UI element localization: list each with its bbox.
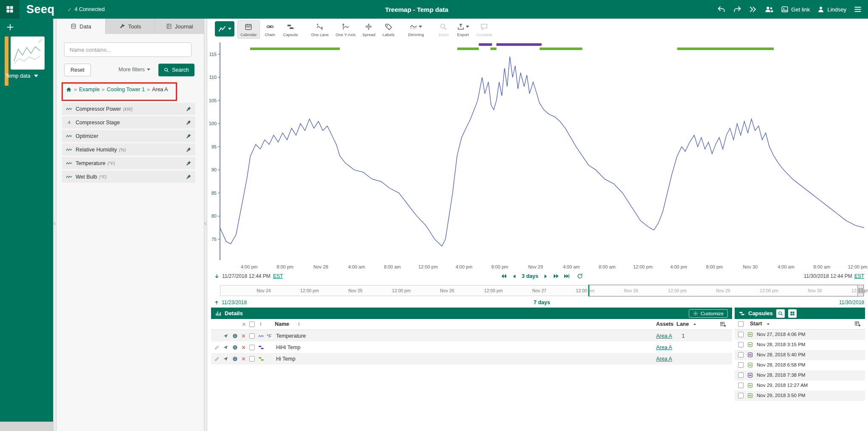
column-header-assets[interactable]: Assets bbox=[656, 321, 674, 327]
sort-icon[interactable] bbox=[258, 322, 263, 327]
toolbar-button-one-y-axis[interactable]: One Y-Axis bbox=[333, 20, 358, 39]
breadcrumb-item-cooling-tower-1[interactable]: Cooling Tower 1 bbox=[107, 87, 145, 92]
select-all-checkbox[interactable] bbox=[738, 321, 744, 327]
row-checkbox[interactable] bbox=[249, 344, 255, 350]
scrubber-selection[interactable] bbox=[588, 285, 864, 297]
sort-icon[interactable] bbox=[296, 322, 302, 327]
capsule-row[interactable]: Nov 28, 2018 6:58 PM bbox=[735, 360, 865, 370]
breadcrumb-item-example[interactable]: Example bbox=[79, 87, 100, 92]
connection-status[interactable]: ✓ 4 Connected bbox=[68, 6, 105, 13]
pin-icon[interactable] bbox=[186, 106, 192, 112]
skip-to-end-icon[interactable] bbox=[564, 273, 569, 279]
display-duration-label[interactable]: 3 days bbox=[522, 273, 538, 279]
close-icon[interactable] bbox=[241, 345, 246, 350]
investigate-range-start[interactable]: 11/23/2018 bbox=[214, 299, 247, 305]
investigate-end-label[interactable]: 11/30/2018 bbox=[839, 299, 864, 305]
row-checkbox[interactable] bbox=[738, 332, 744, 337]
send-icon[interactable] bbox=[223, 333, 228, 339]
worksheet-label[interactable]: Temp data bbox=[0, 73, 53, 79]
row-checkbox[interactable] bbox=[738, 362, 744, 368]
refresh-icon[interactable] bbox=[577, 273, 583, 279]
column-header-start[interactable]: Start bbox=[750, 321, 762, 327]
investigate-duration-label[interactable]: 7 days bbox=[534, 299, 550, 305]
send-icon[interactable] bbox=[223, 356, 228, 361]
display-range-end[interactable]: 11/30/2018 12:44 PM EST bbox=[804, 273, 864, 279]
info-icon[interactable] bbox=[232, 333, 238, 339]
sort-up-icon[interactable] bbox=[693, 322, 697, 326]
column-header-name[interactable]: Name bbox=[275, 321, 289, 327]
row-checkbox[interactable] bbox=[738, 383, 744, 388]
pin-icon[interactable] bbox=[186, 133, 192, 139]
capsule-row[interactable]: Nov 28, 2018 3:15 PM bbox=[735, 340, 865, 350]
redo-icon[interactable] bbox=[733, 5, 741, 14]
capsule-row[interactable]: Nov 28, 2018 7:38 PM bbox=[735, 370, 865, 381]
capsule-row[interactable]: Nov 27, 2018 4:06 PM bbox=[735, 330, 865, 340]
time-scrubber[interactable]: Nov 2412:00 pmNov 2512:00 pmNov 2612:00 … bbox=[220, 285, 864, 296]
capsule-row[interactable]: Nov 29, 2018 3:50 PM bbox=[735, 391, 865, 401]
row-checkbox[interactable] bbox=[738, 393, 744, 398]
capsule-bar-hi-temp[interactable] bbox=[540, 48, 583, 50]
info-icon[interactable] bbox=[232, 344, 238, 350]
capsule-bar-hihi-temp[interactable] bbox=[479, 43, 492, 46]
collapse-data-panel-handle[interactable] bbox=[204, 19, 207, 431]
capsules-grid-button[interactable] bbox=[788, 309, 797, 318]
user-menu[interactable]: Lindsey bbox=[817, 6, 846, 13]
hamburger-menu-icon[interactable] bbox=[854, 5, 862, 14]
collapse-worksheet-strip-handle[interactable] bbox=[53, 19, 56, 431]
close-icon[interactable] bbox=[241, 356, 246, 361]
fast-forward-icon[interactable] bbox=[553, 273, 559, 279]
toolbar-button-calendar[interactable]: Calendar bbox=[237, 20, 260, 39]
display-range-start[interactable]: 11/27/2018 12:44 PM EST bbox=[214, 273, 283, 279]
asset-link[interactable]: Area A bbox=[656, 344, 672, 350]
capsule-bar-hi-temp[interactable] bbox=[250, 48, 340, 50]
row-checkbox[interactable] bbox=[249, 356, 255, 361]
worksheet-thumbnail[interactable] bbox=[11, 36, 45, 70]
pin-icon[interactable] bbox=[186, 160, 192, 166]
fast-forward-icon[interactable] bbox=[749, 5, 757, 14]
view-selector-button[interactable] bbox=[215, 21, 234, 36]
tab-journal[interactable]: Journal bbox=[155, 19, 204, 34]
pin-icon[interactable] bbox=[186, 120, 192, 125]
toolbar-button-spread[interactable]: Spread bbox=[359, 20, 378, 39]
scrubber-drag-handle[interactable] bbox=[857, 285, 864, 297]
app-switcher-button[interactable] bbox=[0, 0, 20, 19]
customize-button[interactable]: Customize bbox=[689, 309, 728, 318]
data-item-relative-humidity[interactable]: Relative Humidity(%) bbox=[62, 143, 195, 156]
remove-all-icon[interactable] bbox=[242, 322, 246, 327]
asset-link[interactable]: Area A bbox=[656, 333, 672, 339]
row-checkbox[interactable] bbox=[738, 342, 744, 347]
step-back-icon[interactable] bbox=[512, 274, 517, 279]
toolbar-button-chain[interactable]: Chain bbox=[261, 20, 279, 39]
send-icon[interactable] bbox=[223, 345, 228, 350]
toolbar-button-labels[interactable]: Labels bbox=[379, 20, 398, 39]
tab-data[interactable]: Data bbox=[56, 19, 106, 34]
sort-up-icon[interactable] bbox=[766, 322, 770, 326]
capsule-bar-hi-temp[interactable] bbox=[677, 48, 774, 50]
pin-icon[interactable] bbox=[186, 147, 192, 152]
timezone-link[interactable]: EST bbox=[273, 273, 283, 279]
home-icon[interactable] bbox=[66, 87, 72, 92]
step-forward-icon[interactable] bbox=[543, 274, 548, 279]
capsule-bar-hi-temp[interactable] bbox=[457, 48, 479, 50]
pencil-icon[interactable] bbox=[38, 38, 43, 43]
capsule-bar-hi-temp[interactable] bbox=[490, 48, 496, 50]
info-icon[interactable] bbox=[232, 356, 238, 361]
search-button[interactable]: Search bbox=[158, 64, 194, 76]
add-column-icon[interactable] bbox=[854, 321, 861, 327]
toolbar-button-dimming[interactable]: Dimming bbox=[405, 20, 427, 39]
capsule-row[interactable]: Nov 29, 2018 12:27 AM bbox=[735, 381, 865, 391]
pin-icon[interactable] bbox=[186, 174, 192, 179]
data-item-compressor-stage[interactable]: ACompressor Stage bbox=[62, 116, 195, 129]
new-worksheet-button[interactable] bbox=[6, 22, 15, 32]
more-filters-button[interactable]: More filters bbox=[118, 67, 150, 73]
toolbar-button-export[interactable]: Export bbox=[454, 20, 472, 39]
tab-tools[interactable]: Tools bbox=[106, 19, 155, 34]
capsules-search-button[interactable] bbox=[776, 309, 785, 318]
capsule-bar-hihi-temp[interactable] bbox=[496, 43, 541, 46]
asset-link[interactable]: Area A bbox=[656, 356, 672, 362]
pencil-icon[interactable] bbox=[214, 356, 220, 361]
column-header-lane[interactable]: Lane bbox=[676, 321, 689, 327]
scrubber-selection-start-handle[interactable] bbox=[588, 285, 589, 296]
toolbar-button-one-lane[interactable]: One Lane bbox=[308, 20, 332, 39]
row-checkbox[interactable] bbox=[738, 372, 744, 378]
